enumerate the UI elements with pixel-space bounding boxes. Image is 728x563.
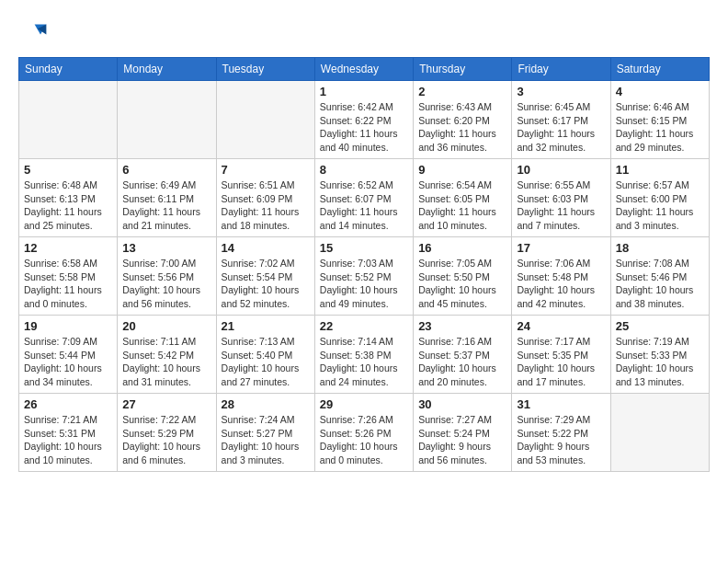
day-number: 12 xyxy=(24,241,112,255)
day-info: Sunrise: 7:11 AM Sunset: 5:42 PM Dayligh… xyxy=(122,335,210,389)
day-info: Sunrise: 7:16 AM Sunset: 5:37 PM Dayligh… xyxy=(418,335,506,389)
day-info: Sunrise: 7:27 AM Sunset: 5:24 PM Dayligh… xyxy=(418,413,506,467)
calendar-cell: 24Sunrise: 7:17 AM Sunset: 5:35 PM Dayli… xyxy=(512,316,610,394)
day-info: Sunrise: 7:09 AM Sunset: 5:44 PM Dayligh… xyxy=(24,335,112,389)
day-number: 10 xyxy=(517,163,605,177)
day-info: Sunrise: 6:43 AM Sunset: 6:20 PM Dayligh… xyxy=(418,100,506,155)
day-number: 15 xyxy=(320,241,408,255)
day-info: Sunrise: 6:45 AM Sunset: 6:17 PM Dayligh… xyxy=(517,100,605,155)
day-number: 5 xyxy=(24,163,112,177)
calendar-cell: 6Sunrise: 6:49 AM Sunset: 6:11 PM Daylig… xyxy=(118,159,216,237)
day-number: 13 xyxy=(122,241,210,255)
day-info: Sunrise: 7:29 AM Sunset: 5:22 PM Dayligh… xyxy=(517,413,605,467)
header-saturday: Saturday xyxy=(610,58,709,81)
day-info: Sunrise: 7:13 AM Sunset: 5:40 PM Dayligh… xyxy=(222,335,310,389)
calendar-cell: 15Sunrise: 7:03 AM Sunset: 5:52 PM Dayli… xyxy=(314,237,413,316)
day-info: Sunrise: 7:14 AM Sunset: 5:38 PM Dayligh… xyxy=(320,335,408,389)
day-number: 31 xyxy=(517,397,605,411)
calendar-week-3: 12Sunrise: 6:58 AM Sunset: 5:58 PM Dayli… xyxy=(19,237,710,316)
calendar-cell: 9Sunrise: 6:54 AM Sunset: 6:05 PM Daylig… xyxy=(414,159,512,237)
day-info: Sunrise: 7:08 AM Sunset: 5:46 PM Dayligh… xyxy=(616,257,704,311)
calendar-cell: 19Sunrise: 7:09 AM Sunset: 5:44 PM Dayli… xyxy=(19,316,118,394)
day-info: Sunrise: 7:05 AM Sunset: 5:50 PM Dayligh… xyxy=(418,257,506,311)
day-info: Sunrise: 7:03 AM Sunset: 5:52 PM Dayligh… xyxy=(320,257,408,311)
day-info: Sunrise: 6:55 AM Sunset: 6:03 PM Dayligh… xyxy=(517,178,605,233)
calendar-cell: 13Sunrise: 7:00 AM Sunset: 5:56 PM Dayli… xyxy=(118,237,216,316)
day-info: Sunrise: 6:58 AM Sunset: 5:58 PM Dayligh… xyxy=(24,257,112,311)
day-number: 14 xyxy=(222,241,310,255)
calendar-week-2: 5Sunrise: 6:48 AM Sunset: 6:13 PM Daylig… xyxy=(19,159,710,237)
day-number: 29 xyxy=(320,397,408,411)
page-header xyxy=(18,18,710,48)
day-info: Sunrise: 7:24 AM Sunset: 5:27 PM Dayligh… xyxy=(222,413,310,467)
calendar-cell: 30Sunrise: 7:27 AM Sunset: 5:24 PM Dayli… xyxy=(414,394,512,472)
day-info: Sunrise: 7:21 AM Sunset: 5:31 PM Dayligh… xyxy=(24,413,112,467)
calendar-cell xyxy=(216,81,314,159)
calendar-cell: 18Sunrise: 7:08 AM Sunset: 5:46 PM Dayli… xyxy=(610,237,709,316)
calendar-cell: 12Sunrise: 6:58 AM Sunset: 5:58 PM Dayli… xyxy=(19,237,118,316)
day-info: Sunrise: 6:46 AM Sunset: 6:15 PM Dayligh… xyxy=(616,100,704,155)
calendar-cell: 26Sunrise: 7:21 AM Sunset: 5:31 PM Dayli… xyxy=(19,394,118,472)
day-number: 3 xyxy=(517,85,605,98)
calendar-cell xyxy=(19,81,118,159)
header-monday: Monday xyxy=(118,58,216,81)
day-info: Sunrise: 6:51 AM Sunset: 6:09 PM Dayligh… xyxy=(222,178,310,233)
calendar-cell: 10Sunrise: 6:55 AM Sunset: 6:03 PM Dayli… xyxy=(512,159,610,237)
day-info: Sunrise: 6:49 AM Sunset: 6:11 PM Dayligh… xyxy=(122,178,210,233)
day-number: 20 xyxy=(122,319,210,333)
calendar-cell: 17Sunrise: 7:06 AM Sunset: 5:48 PM Dayli… xyxy=(512,237,610,316)
day-number: 8 xyxy=(320,163,408,177)
day-info: Sunrise: 7:22 AM Sunset: 5:29 PM Dayligh… xyxy=(122,413,210,467)
calendar-cell: 1Sunrise: 6:42 AM Sunset: 6:22 PM Daylig… xyxy=(314,81,413,159)
day-info: Sunrise: 6:52 AM Sunset: 6:07 PM Dayligh… xyxy=(320,178,408,233)
calendar-cell xyxy=(118,81,216,159)
calendar-cell: 14Sunrise: 7:02 AM Sunset: 5:54 PM Dayli… xyxy=(216,237,314,316)
calendar-cell: 28Sunrise: 7:24 AM Sunset: 5:27 PM Dayli… xyxy=(216,394,314,472)
calendar-cell: 2Sunrise: 6:43 AM Sunset: 6:20 PM Daylig… xyxy=(414,81,512,159)
header-tuesday: Tuesday xyxy=(216,58,314,81)
day-number: 22 xyxy=(320,319,408,333)
day-info: Sunrise: 6:42 AM Sunset: 6:22 PM Dayligh… xyxy=(320,100,408,155)
day-info: Sunrise: 6:48 AM Sunset: 6:13 PM Dayligh… xyxy=(24,178,112,233)
header-sunday: Sunday xyxy=(19,58,118,81)
day-info: Sunrise: 7:00 AM Sunset: 5:56 PM Dayligh… xyxy=(122,257,210,311)
day-info: Sunrise: 7:06 AM Sunset: 5:48 PM Dayligh… xyxy=(517,257,605,311)
header-thursday: Thursday xyxy=(414,58,512,81)
calendar-week-4: 19Sunrise: 7:09 AM Sunset: 5:44 PM Dayli… xyxy=(19,316,710,394)
day-number: 4 xyxy=(616,85,704,98)
calendar-cell: 4Sunrise: 6:46 AM Sunset: 6:15 PM Daylig… xyxy=(610,81,709,159)
calendar-cell: 7Sunrise: 6:51 AM Sunset: 6:09 PM Daylig… xyxy=(216,159,314,237)
calendar-cell: 21Sunrise: 7:13 AM Sunset: 5:40 PM Dayli… xyxy=(216,316,314,394)
day-number: 1 xyxy=(320,85,408,98)
calendar-cell: 20Sunrise: 7:11 AM Sunset: 5:42 PM Dayli… xyxy=(118,316,216,394)
day-info: Sunrise: 7:02 AM Sunset: 5:54 PM Dayligh… xyxy=(222,257,310,311)
day-number: 25 xyxy=(616,319,704,333)
logo-icon xyxy=(18,18,48,48)
day-number: 30 xyxy=(418,397,506,411)
calendar-cell: 25Sunrise: 7:19 AM Sunset: 5:33 PM Dayli… xyxy=(610,316,709,394)
day-number: 11 xyxy=(616,163,704,177)
calendar-table: SundayMondayTuesdayWednesdayThursdayFrid… xyxy=(18,57,710,472)
calendar-cell: 29Sunrise: 7:26 AM Sunset: 5:26 PM Dayli… xyxy=(314,394,413,472)
calendar-cell: 31Sunrise: 7:29 AM Sunset: 5:22 PM Dayli… xyxy=(512,394,610,472)
calendar-cell: 11Sunrise: 6:57 AM Sunset: 6:00 PM Dayli… xyxy=(610,159,709,237)
day-info: Sunrise: 6:54 AM Sunset: 6:05 PM Dayligh… xyxy=(418,178,506,233)
day-number: 7 xyxy=(222,163,310,177)
calendar-cell: 8Sunrise: 6:52 AM Sunset: 6:07 PM Daylig… xyxy=(314,159,413,237)
header-friday: Friday xyxy=(512,58,610,81)
calendar-header-row: SundayMondayTuesdayWednesdayThursdayFrid… xyxy=(19,58,710,81)
calendar-week-1: 1Sunrise: 6:42 AM Sunset: 6:22 PM Daylig… xyxy=(19,81,710,159)
calendar-week-5: 26Sunrise: 7:21 AM Sunset: 5:31 PM Dayli… xyxy=(19,394,710,472)
day-number: 18 xyxy=(616,241,704,255)
calendar-cell: 3Sunrise: 6:45 AM Sunset: 6:17 PM Daylig… xyxy=(512,81,610,159)
calendar-cell xyxy=(610,394,709,472)
day-info: Sunrise: 7:19 AM Sunset: 5:33 PM Dayligh… xyxy=(616,335,704,389)
calendar-cell: 16Sunrise: 7:05 AM Sunset: 5:50 PM Dayli… xyxy=(414,237,512,316)
day-number: 2 xyxy=(418,85,506,98)
day-number: 23 xyxy=(418,319,506,333)
calendar-cell: 27Sunrise: 7:22 AM Sunset: 5:29 PM Dayli… xyxy=(118,394,216,472)
calendar-cell: 22Sunrise: 7:14 AM Sunset: 5:38 PM Dayli… xyxy=(314,316,413,394)
header-wednesday: Wednesday xyxy=(314,58,413,81)
day-info: Sunrise: 7:26 AM Sunset: 5:26 PM Dayligh… xyxy=(320,413,408,467)
day-number: 16 xyxy=(418,241,506,255)
